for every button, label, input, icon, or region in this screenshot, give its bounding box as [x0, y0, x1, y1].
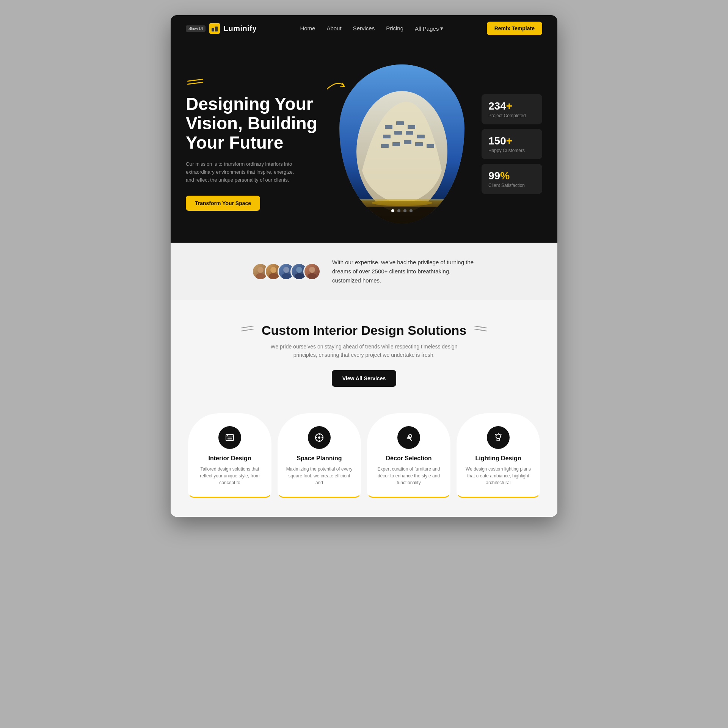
stat-number-satisfaction: 99%	[488, 170, 535, 182]
carousel-dot-4[interactable]	[410, 209, 413, 212]
svg-rect-7	[385, 125, 392, 129]
svg-point-27	[282, 273, 291, 279]
svg-line-35	[475, 329, 487, 331]
transform-space-button[interactable]: Transform Your Space	[186, 196, 260, 211]
service-card-title-lighting: Lighting Design	[465, 455, 532, 462]
svg-point-31	[308, 273, 317, 279]
svg-point-23	[256, 273, 265, 279]
stat-card-projects: 234+ Project Completed	[482, 94, 542, 124]
remix-template-button[interactable]: Remix Template	[487, 22, 542, 35]
squiggle-left-icon	[240, 324, 254, 337]
svg-rect-0	[212, 28, 214, 31]
svg-rect-18	[427, 144, 434, 148]
hero-title: Designing Your Vision, Building Your Fut…	[186, 94, 330, 152]
header: Show UI Luminify Home About Services Pri…	[171, 15, 557, 42]
svg-rect-1	[215, 27, 218, 31]
svg-rect-10	[383, 135, 391, 138]
svg-point-29	[295, 273, 304, 279]
chevron-down-icon: ▾	[440, 25, 443, 32]
logo-icon	[209, 23, 220, 34]
service-card-desc-lighting: We design custom lighting plans that cre…	[465, 466, 532, 486]
svg-rect-17	[415, 142, 423, 146]
space-planning-icon-wrap	[308, 426, 331, 449]
nav-pricing[interactable]: Pricing	[386, 25, 403, 31]
service-card-title-space: Space Planning	[286, 455, 353, 462]
svg-point-28	[296, 267, 302, 273]
svg-point-40	[318, 436, 320, 439]
svg-point-37	[227, 435, 228, 436]
main-nav: Home About Services Pricing All Pages ▾	[300, 25, 443, 32]
hero-left: Designing Your Vision, Building Your Fut…	[186, 77, 330, 210]
stat-card-satisfaction: 99% Client Satisfaction	[482, 164, 542, 194]
hero-center	[330, 64, 474, 224]
hero-squiggle-icon	[186, 77, 330, 91]
logo-text: Luminify	[224, 24, 257, 33]
stat-card-customers: 150+ Happy Customers	[482, 129, 542, 159]
social-proof-section: With our expertise, we've had the privil…	[171, 243, 557, 300]
svg-rect-2	[212, 25, 214, 27]
browser-window: Show UI Luminify Home About Services Pri…	[171, 15, 557, 517]
hero-subtitle: Our mission is to transform ordinary int…	[186, 160, 300, 184]
nav-about[interactable]: About	[326, 25, 341, 31]
svg-point-46	[496, 434, 500, 439]
service-card-desc-space: Maximizing the potential of every square…	[286, 466, 353, 486]
svg-line-4	[188, 82, 203, 84]
stat-label-customers: Happy Customers	[488, 148, 535, 153]
hero-section: Designing Your Vision, Building Your Fut…	[171, 42, 557, 243]
service-card-lighting: Lighting Design We design custom lightin…	[457, 413, 540, 498]
service-card-desc-decor: Expert curation of furniture and décor t…	[375, 466, 442, 486]
show-ui-badge: Show UI	[186, 25, 206, 32]
services-subtitle: We pride ourselves on staying ahead of t…	[269, 342, 459, 359]
svg-point-25	[269, 273, 278, 279]
stat-label-projects: Project Completed	[488, 113, 535, 118]
hero-stats: 234+ Project Completed 150+ Happy Custom…	[482, 94, 542, 194]
services-section: Custom Interior Design Solutions We prid…	[171, 300, 557, 517]
decor-selection-icon-wrap	[397, 426, 420, 449]
view-all-services-button[interactable]: View All Services	[332, 370, 396, 387]
carousel-dot-3[interactable]	[403, 209, 406, 212]
service-card-title-decor: Décor Selection	[375, 455, 442, 462]
svg-rect-11	[394, 131, 402, 135]
squiggle-right-icon	[474, 324, 488, 337]
svg-rect-15	[392, 142, 400, 146]
service-card-title-interior: Interior Design	[196, 455, 263, 462]
svg-line-34	[475, 326, 487, 328]
services-top: Custom Interior Design Solutions	[186, 323, 542, 338]
svg-line-49	[501, 434, 502, 435]
carousel-dot-2[interactable]	[397, 209, 400, 212]
svg-rect-13	[417, 135, 425, 138]
lighting-design-icon-wrap	[487, 426, 510, 449]
service-card-desc-interior: Tailored design solutions that reflect y…	[196, 466, 263, 486]
svg-line-3	[188, 79, 203, 81]
svg-line-32	[241, 326, 253, 328]
svg-point-24	[270, 267, 276, 273]
avatar-5	[303, 263, 321, 280]
interior-design-icon-wrap	[218, 426, 241, 449]
services-title: Custom Interior Design Solutions	[262, 323, 466, 338]
svg-rect-38	[228, 438, 232, 439]
service-card-decor: Décor Selection Expert curation of furni…	[367, 413, 450, 498]
svg-line-50	[495, 434, 496, 435]
stat-number-customers: 150+	[488, 135, 535, 147]
carousel-dot-1[interactable]	[391, 209, 394, 212]
svg-rect-9	[408, 125, 415, 129]
service-card-interior: Interior Design Tailored design solution…	[188, 413, 271, 498]
stat-number-projects: 234+	[488, 100, 535, 112]
nav-links: Home About Services Pricing All Pages ▾	[300, 25, 443, 32]
svg-rect-14	[381, 144, 389, 148]
logo-area: Show UI Luminify	[186, 23, 257, 34]
stat-label-satisfaction: Client Satisfaction	[488, 183, 535, 188]
svg-point-21	[372, 200, 432, 206]
svg-rect-12	[406, 131, 413, 135]
service-cards: Interior Design Tailored design solution…	[186, 413, 542, 498]
carousel-dots	[391, 209, 413, 212]
svg-point-22	[257, 267, 264, 273]
social-proof-text: With our expertise, we've had the privil…	[332, 258, 476, 285]
hero-building-image	[339, 64, 464, 224]
nav-services[interactable]: Services	[353, 25, 375, 31]
nav-home[interactable]: Home	[300, 25, 315, 31]
nav-all-pages[interactable]: All Pages ▾	[415, 25, 443, 32]
service-card-space: Space Planning Maximizing the potential …	[278, 413, 361, 498]
svg-point-26	[283, 267, 289, 273]
svg-line-33	[241, 329, 253, 331]
